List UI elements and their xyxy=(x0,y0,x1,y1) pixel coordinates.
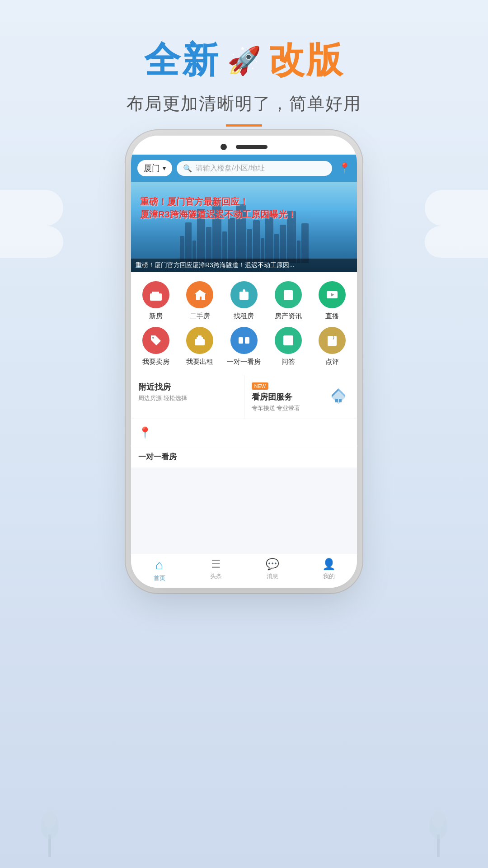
menu-item-new-home[interactable]: 新房 xyxy=(136,281,176,321)
phone-nav: ⌂ 首页 ☰ 头条 💬 消息 👤 我的 xyxy=(131,554,357,588)
menu-icon-review xyxy=(319,327,346,354)
nav-messages-icon: 💬 xyxy=(266,558,279,571)
one-on-one-card[interactable]: 一对一看房 xyxy=(131,446,357,467)
header-section: 全新 🚀 改版 布局更加清晰明了，简单好用 xyxy=(0,0,488,145)
nav-label-home: 首页 xyxy=(154,574,165,582)
phone-camera xyxy=(221,144,227,150)
svg-point-13 xyxy=(152,337,154,339)
menu-icon-qa: 问 xyxy=(275,327,302,354)
app-header: 厦门 ▾ 🔍 请输入楼盘/小区/地址 📍 xyxy=(131,155,357,182)
title-orange: 改版 xyxy=(268,36,344,85)
banner-text-overlay: 重磅！厦门官方最新回应！ 厦漳R3跨海隧道迟迟不动工原因曝光！ xyxy=(140,195,348,221)
menu-label-live: 直播 xyxy=(325,312,339,321)
phone-content: 厦门 ▾ 🔍 请输入楼盘/小区/地址 📍 xyxy=(131,155,357,588)
svg-rect-8 xyxy=(285,292,291,293)
header-underline xyxy=(226,124,262,127)
card-tour-title: 看房团服务 xyxy=(252,392,300,402)
bottom-cards: 附近找房 周边房源 轻松选择 NEW 看房团服务 专车接送 专业带著 xyxy=(131,375,357,554)
menu-icon-new-home xyxy=(142,281,169,308)
svg-rect-30 xyxy=(339,399,342,402)
deco-tree-right xyxy=(425,803,452,859)
banner-headline-1: 重磅！厦门官方最新回应！ xyxy=(140,195,348,208)
menu-item-lease[interactable]: 我要出租 xyxy=(180,327,221,366)
card-nearby-subtitle: 周边房源 轻松选择 xyxy=(138,394,237,402)
menu-item-qa[interactable]: 问 问答 xyxy=(268,327,309,366)
svg-rect-9 xyxy=(285,294,291,295)
nav-label-headlines: 头条 xyxy=(210,572,222,580)
card-nearby[interactable]: 附近找房 周边房源 轻松选择 xyxy=(131,375,244,419)
banner-headline-2: 厦漳R3跨海隧道迟迟不动工原因曝光！ xyxy=(140,208,348,221)
svg-rect-14 xyxy=(195,339,205,345)
bg-cloud-right-1 xyxy=(425,190,488,226)
menu-grid-container: 新房 二手房 找租房 xyxy=(131,272,357,375)
menu-label-one-on-one: 一对一看房 xyxy=(227,358,261,366)
svg-rect-2 xyxy=(155,296,157,299)
menu-item-news[interactable]: 房产资讯 xyxy=(268,281,309,321)
svg-text:问: 问 xyxy=(285,337,292,345)
card-nearby-title: 附近找房 xyxy=(138,382,237,392)
menu-item-second-hand[interactable]: 二手房 xyxy=(180,281,221,321)
nav-item-headlines[interactable]: ☰ 头条 xyxy=(188,558,244,582)
phone-top-bar xyxy=(131,136,357,155)
menu-icon-sell xyxy=(142,327,169,354)
nav-item-profile[interactable]: 👤 我的 xyxy=(300,558,357,582)
menu-icon-news xyxy=(275,281,302,308)
banner-bottom-bar: 重磅！厦门官方回应厦漳R3跨海隧道！迟迟不动工原因... xyxy=(131,259,357,272)
menu-icon-rent xyxy=(230,281,258,308)
search-bar[interactable]: 🔍 请输入楼盘/小区/地址 xyxy=(177,161,332,176)
menu-item-rent[interactable]: 找租房 xyxy=(224,281,264,321)
menu-item-live[interactable]: 直播 xyxy=(312,281,352,321)
menu-item-review[interactable]: 点评 xyxy=(312,327,352,366)
svg-rect-24 xyxy=(329,340,334,341)
nav-item-home[interactable]: ⌂ 首页 xyxy=(131,558,188,582)
menu-label-review: 点评 xyxy=(325,358,339,366)
search-icon: 🔍 xyxy=(183,164,192,173)
banner-bottom-text: 重磅！厦门官方回应厦漳R3跨海隧道！迟迟不动工原因... xyxy=(136,261,352,269)
svg-rect-29 xyxy=(335,399,338,402)
title-blue-1: 全新 xyxy=(144,36,220,85)
rocket-icon: 🚀 xyxy=(227,45,261,77)
menu-icon-lease xyxy=(186,327,213,354)
menu-label-new-home: 新房 xyxy=(149,312,163,321)
menu-label-rent: 找租房 xyxy=(234,312,254,321)
nav-label-messages: 消息 xyxy=(267,572,278,580)
location-icon[interactable]: 📍 xyxy=(338,162,351,174)
menu-item-one-on-one[interactable]: 一对一看房 xyxy=(224,327,264,366)
svg-point-20 xyxy=(246,340,248,341)
menu-item-sell[interactable]: 我要卖房 xyxy=(136,327,176,366)
city-selector[interactable]: 厦门 ▾ xyxy=(137,160,172,176)
nav-profile-icon: 👤 xyxy=(322,558,336,571)
cards-row: 附近找房 周边房源 轻松选择 NEW 看房团服务 专车接送 专业带著 xyxy=(131,375,357,419)
one-on-one-card-title: 一对一看房 xyxy=(138,452,350,462)
search-placeholder: 请输入楼盘/小区/地址 xyxy=(196,164,265,173)
phone-mockup: 厦门 ▾ 🔍 请输入楼盘/小区/地址 📍 xyxy=(131,136,357,588)
svg-point-6 xyxy=(243,294,245,297)
menu-label-lease: 我要出租 xyxy=(186,358,213,366)
svg-rect-3 xyxy=(151,295,154,297)
menu-label-second-hand: 二手房 xyxy=(190,312,210,321)
svg-marker-26 xyxy=(332,391,345,404)
svg-point-19 xyxy=(240,340,242,341)
bg-cloud-left-2 xyxy=(0,226,63,258)
deco-bottom xyxy=(0,723,488,868)
nav-headlines-icon: ☰ xyxy=(211,558,221,571)
card-tour[interactable]: NEW 看房团服务 专车接送 专业带著 xyxy=(244,375,357,419)
svg-rect-16 xyxy=(198,335,202,338)
city-arrow-icon: ▾ xyxy=(163,165,166,172)
header-subtitle: 布局更加清晰明了，简单好用 xyxy=(0,92,488,115)
svg-rect-1 xyxy=(153,292,159,293)
nav-item-messages[interactable]: 💬 消息 xyxy=(244,558,300,582)
card-tour-icon xyxy=(327,382,350,409)
map-preview: 📍 xyxy=(131,419,357,446)
bg-cloud-right-2 xyxy=(425,226,488,258)
map-pin-icon: 📍 xyxy=(138,426,152,439)
nav-label-profile: 我的 xyxy=(323,572,335,580)
menu-icon-second-hand xyxy=(186,281,213,308)
header-title: 全新 🚀 改版 xyxy=(0,36,488,85)
nav-home-icon: ⌂ xyxy=(155,558,163,572)
svg-point-33 xyxy=(43,809,56,829)
app-banner[interactable]: 重磅！厦门官方最新回应！ 厦漳R3跨海隧道迟迟不动工原因曝光！ 重磅！厦门官方回… xyxy=(131,182,357,272)
deco-tree-left xyxy=(36,803,63,859)
menu-icon-one-on-one xyxy=(230,327,258,354)
menu-grid: 新房 二手房 找租房 xyxy=(136,281,352,366)
